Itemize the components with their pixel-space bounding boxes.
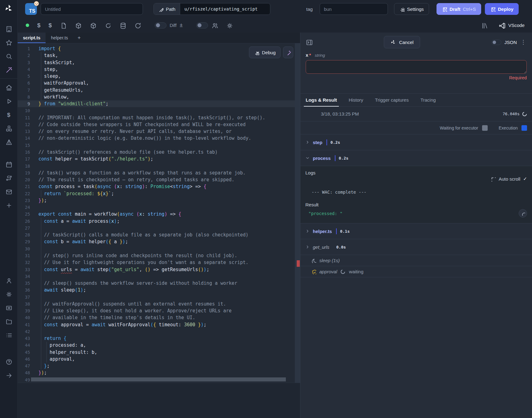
code-line[interactable]: 42 bbox=[18, 328, 295, 335]
sidebar-item-settings[interactable] bbox=[0, 287, 18, 301]
code-line[interactable]: 43 return { bbox=[18, 335, 295, 342]
sidebar-item-folders[interactable] bbox=[0, 315, 18, 328]
code-line[interactable]: 13// on every resume or retry. Never put… bbox=[18, 128, 295, 135]
tag-input[interactable] bbox=[320, 3, 388, 15]
package-icon[interactable] bbox=[75, 22, 82, 29]
edit-path-button[interactable]: Path bbox=[154, 3, 180, 15]
code-line[interactable]: 39 // Like sleep(), it does not hold a w… bbox=[18, 307, 295, 314]
step-row-helper-ts[interactable]: helper.ts 0.1s bbox=[300, 223, 532, 239]
sidebar-item-audit-logs[interactable] bbox=[0, 328, 18, 342]
code-line[interactable]: 48}); bbox=[18, 369, 295, 376]
code-line[interactable]: 25export const main = workflow(async (x:… bbox=[18, 211, 295, 218]
collapse-sidebar-icon[interactable] bbox=[0, 368, 18, 382]
script-title-input[interactable] bbox=[41, 3, 143, 15]
code-line[interactable]: 40 // available in the timeline step's d… bbox=[18, 314, 295, 321]
sidebar-item-triggers[interactable] bbox=[0, 135, 18, 149]
code-line[interactable]: 44 processed: a, bbox=[18, 342, 295, 349]
script-file-icon[interactable] bbox=[60, 22, 67, 29]
code-line[interactable]: 30 bbox=[18, 245, 295, 252]
refresh-icon[interactable] bbox=[134, 22, 141, 29]
code-editor[interactable]: 1import {2 task,3 taskScript,4 step,5 sl… bbox=[18, 43, 300, 418]
script-path-value[interactable]: u/rfiszel/captivating_script bbox=[180, 3, 270, 15]
sidebar-item-user[interactable] bbox=[0, 274, 18, 287]
code-line[interactable]: 27 bbox=[18, 225, 295, 231]
code-line[interactable]: 5 sleep, bbox=[18, 73, 295, 80]
code-line[interactable]: 46 approval, bbox=[18, 356, 295, 363]
editor-vertical-scrollbar[interactable] bbox=[295, 43, 300, 383]
sidebar-item-mail[interactable] bbox=[0, 185, 18, 198]
code-line[interactable]: 37 bbox=[18, 294, 295, 301]
code-line[interactable]: 36 await sleep(1); bbox=[18, 287, 295, 293]
code-line[interactable]: 23}); bbox=[18, 197, 295, 204]
collab-toggle[interactable] bbox=[196, 22, 208, 29]
code-line[interactable]: 14// non-deterministic logic (e.g. Date.… bbox=[18, 135, 295, 142]
code-line[interactable]: 11// IMPORTANT: All computation must hap… bbox=[18, 114, 295, 121]
workspace-icon[interactable] bbox=[0, 22, 18, 36]
code-line[interactable]: 20// The result is checkpointed — on ret… bbox=[18, 176, 295, 183]
code-line[interactable]: 3 taskScript, bbox=[18, 59, 295, 66]
sidebar-item-runs[interactable] bbox=[0, 94, 18, 108]
code-line[interactable]: 41 const approval = await waitForApprova… bbox=[18, 321, 295, 328]
code-line[interactable]: 12// Code outside these wrappers is NOT … bbox=[18, 121, 295, 128]
step-row-get-urls[interactable]: get_urls 0.0s bbox=[300, 239, 532, 255]
ai-wand-icon[interactable] bbox=[0, 63, 18, 77]
sidebar-item-workers[interactable] bbox=[0, 301, 18, 315]
rerun-icon[interactable] bbox=[104, 22, 111, 29]
package-icon[interactable] bbox=[90, 22, 96, 29]
code-line[interactable]: 10 bbox=[18, 107, 295, 114]
timeline-row-approval[interactable]: approval waiting bbox=[300, 266, 532, 277]
sidebar-item-add[interactable] bbox=[0, 198, 18, 212]
tab-trigger-captures[interactable]: Trigger captures bbox=[375, 94, 409, 106]
kebab-menu-icon[interactable]: ⋮ bbox=[520, 39, 527, 46]
autoscroll-toggle[interactable]: Auto scroll ✓ bbox=[305, 176, 527, 182]
timeline-row-sleep[interactable]: sleep (1s) bbox=[300, 255, 532, 266]
code-line[interactable]: 29 const b = await helper({ a }); bbox=[18, 238, 295, 245]
resources-dollar-icon[interactable]: $ bbox=[49, 22, 52, 28]
tab-history[interactable]: History bbox=[349, 94, 363, 106]
code-line[interactable]: 34 bbox=[18, 273, 295, 280]
code-line[interactable]: 32 // Use it for lightweight operations … bbox=[18, 259, 295, 266]
step-row-process[interactable]: process 0.2s bbox=[300, 150, 532, 166]
tab-script-ts[interactable]: script.ts bbox=[18, 33, 46, 43]
sidebar-item-home[interactable] bbox=[0, 81, 18, 94]
code-line[interactable]: 9} from "windmill-client"; bbox=[18, 100, 295, 107]
tab-tracing[interactable]: Tracing bbox=[420, 94, 436, 106]
star-icon[interactable] bbox=[0, 36, 18, 49]
code-line[interactable]: 18 bbox=[18, 163, 295, 169]
sidebar-item-resources[interactable] bbox=[0, 121, 18, 135]
step-row-step[interactable]: step 0.2s bbox=[300, 134, 532, 150]
code-line[interactable]: 16// taskScript() references a module fi… bbox=[18, 149, 295, 156]
draft-button[interactable]: Draft Ctrl+S bbox=[437, 3, 481, 15]
debug-button[interactable]: Debug bbox=[249, 46, 281, 58]
help-icon[interactable] bbox=[0, 355, 18, 368]
code-line[interactable]: 21const process = task(async (x: string)… bbox=[18, 183, 295, 190]
code-line[interactable]: 31 // step() runs inline code and checkp… bbox=[18, 252, 295, 259]
tab-helper-ts[interactable]: helper.ts bbox=[46, 33, 73, 43]
editor-horizontal-scrollbar[interactable] bbox=[31, 377, 286, 381]
code-line[interactable]: 35 // sleep() suspends the workflow serv… bbox=[18, 280, 295, 287]
variables-icon[interactable]: $ bbox=[37, 22, 41, 28]
diff-toggle[interactable] bbox=[155, 22, 166, 29]
code-line[interactable]: 47 }; bbox=[18, 363, 295, 369]
tab-logs-result[interactable]: Logs & Result bbox=[306, 94, 337, 106]
code-line[interactable]: 28 // taskScript() calls a module file a… bbox=[18, 231, 295, 238]
code-line[interactable]: 26 const a = await process(x); bbox=[18, 218, 295, 225]
cancel-run-button[interactable]: Cancel bbox=[384, 36, 420, 48]
code-line[interactable]: 4 step, bbox=[18, 66, 295, 73]
code-line[interactable]: 8 workflow, bbox=[18, 94, 295, 100]
sidebar-item-variables[interactable]: $ bbox=[0, 108, 18, 121]
code-line[interactable]: 15 bbox=[18, 142, 295, 149]
json-toggle[interactable] bbox=[491, 40, 501, 45]
library-icon[interactable] bbox=[481, 22, 488, 29]
code-line[interactable]: 7 getResumeUrls, bbox=[18, 87, 295, 94]
code-line[interactable]: 6 waitForApproval, bbox=[18, 80, 295, 86]
vscode-button[interactable]: VScode bbox=[499, 22, 525, 29]
windmill-logo[interactable] bbox=[4, 4, 13, 14]
sidebar-item-flows[interactable] bbox=[0, 171, 18, 185]
inspect-result-button[interactable] bbox=[519, 209, 527, 218]
add-tab-button[interactable]: + bbox=[73, 33, 85, 43]
panel-expand-icon[interactable] bbox=[306, 39, 313, 46]
code-line[interactable]: 19// task() wraps a function as a workfl… bbox=[18, 169, 295, 176]
code-line[interactable]: 22 return `processed: ${x}`; bbox=[18, 190, 295, 197]
code-line[interactable]: 38 // waitForApproval() suspends until a… bbox=[18, 301, 295, 307]
